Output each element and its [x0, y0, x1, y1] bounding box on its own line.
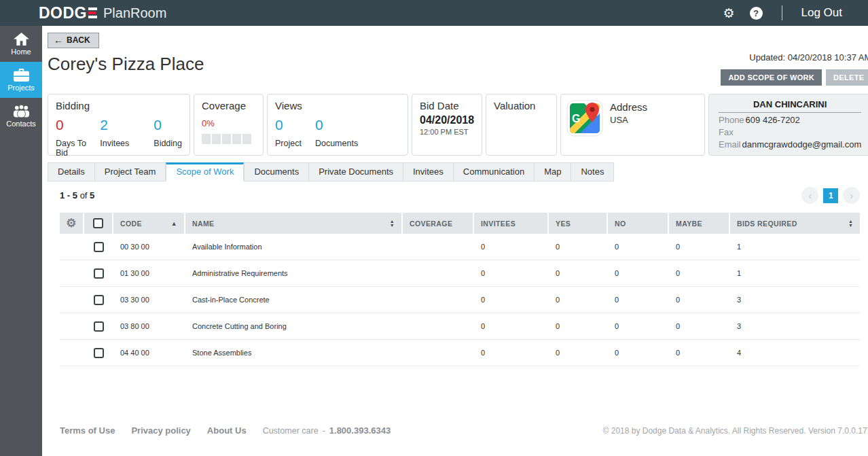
- current-page-button[interactable]: 1: [823, 188, 838, 203]
- top-bar: DODG PlanRoom ⚙ ? Log Out: [0, 0, 868, 26]
- copyright-text: © 2018 by Dodge Data & Analytics. All Ri…: [603, 426, 868, 436]
- add-scope-of-work-button[interactable]: ADD SCOPE OF WORK: [721, 69, 822, 86]
- sidebar-item-projects[interactable]: Projects: [0, 62, 42, 98]
- cell-invitees: 0: [474, 313, 549, 339]
- bid-date-card-title: Bid Date: [420, 100, 479, 111]
- help-icon[interactable]: ?: [750, 7, 763, 20]
- cell-bids-required: 3: [730, 287, 860, 313]
- page-title: Corey's Pizza Place: [48, 54, 204, 75]
- coverage-card: Coverage 0%: [194, 94, 264, 156]
- bidding-card-title: Bidding: [56, 100, 182, 111]
- terms-of-use-link[interactable]: Terms of Use: [60, 425, 115, 436]
- scope-of-work-table: ⚙ CODE ▲ NAME ▲▼ COVERAGE INVITEES YES N…: [60, 213, 860, 366]
- about-us-link[interactable]: About Us: [207, 425, 247, 436]
- bid-date-card: Bid Date 04/20/2018 12:00 PM EST: [412, 94, 482, 156]
- header-yes: YES: [549, 213, 608, 234]
- dodge-planroom-logo: DODG PlanRoom: [39, 4, 166, 22]
- cell-maybe: 0: [669, 340, 730, 366]
- topbar-divider: [782, 5, 782, 20]
- invitees-label: Invitees: [100, 139, 129, 148]
- cell-no: 0: [608, 234, 669, 260]
- cell-coverage: [403, 313, 474, 339]
- cell-no: 0: [608, 313, 669, 339]
- phone-value: 609 426-7202: [746, 115, 800, 125]
- sidebar-item-contacts[interactable]: Contacts: [0, 98, 42, 134]
- google-maps-icon[interactable]: G: [566, 100, 603, 150]
- table-row: 04 40 00 Stone Assemblies 0 0 0 0 4: [60, 340, 860, 366]
- sidebar-item-label: Home: [11, 48, 31, 56]
- tab-invitees[interactable]: Invitees: [403, 162, 454, 181]
- project-tabs: Details Project Team Scope of Work Docum…: [42, 162, 868, 181]
- cell-coverage: [403, 340, 474, 366]
- cell-no: 0: [608, 340, 669, 366]
- views-card: Views 0 Project 0 Documents: [267, 94, 408, 156]
- cell-invitees: 0: [474, 340, 549, 366]
- cell-maybe: 0: [669, 234, 730, 260]
- cell-code: 01 30 00: [113, 260, 185, 286]
- tab-map[interactable]: Map: [535, 162, 571, 181]
- privacy-policy-link[interactable]: Privacy policy: [131, 425, 190, 436]
- cell-no: 0: [608, 260, 669, 286]
- coverage-progress-bar: [202, 134, 255, 144]
- row-checkbox[interactable]: [94, 348, 104, 358]
- settings-gear-icon[interactable]: ⚙: [723, 7, 734, 20]
- email-label: Email: [719, 139, 741, 150]
- updated-timestamp: Updated: 04/20/2018 10:37 AM: [749, 52, 868, 63]
- cell-bids-required: 3: [730, 313, 860, 339]
- sidebar-item-label: Contacts: [6, 120, 35, 128]
- cell-name: Stone Assemblies: [185, 340, 403, 366]
- back-button[interactable]: ← BACK: [48, 33, 99, 48]
- next-page-button[interactable]: ›: [843, 187, 860, 204]
- select-all-checkbox[interactable]: [93, 218, 103, 228]
- briefcase-icon: [14, 69, 29, 82]
- cell-yes: 0: [549, 287, 608, 313]
- bidding-label: Bidding: [153, 139, 182, 148]
- cell-maybe: 0: [669, 313, 730, 339]
- cell-yes: 0: [549, 313, 608, 339]
- tab-private-documents[interactable]: Private Documents: [309, 162, 403, 181]
- prev-page-button[interactable]: ‹: [801, 187, 818, 204]
- sort-both-icon: ▲▼: [848, 220, 853, 228]
- logout-button[interactable]: Log Out: [801, 6, 843, 20]
- contacts-icon: [13, 105, 30, 118]
- cell-invitees: 0: [474, 234, 549, 260]
- row-checkbox[interactable]: [94, 295, 104, 305]
- svg-text:G: G: [572, 113, 580, 124]
- fax-label: Fax: [719, 127, 734, 137]
- coverage-card-title: Coverage: [202, 100, 255, 111]
- bid-date-value: 04/20/2018: [420, 114, 479, 126]
- summary-cards: Bidding 0 Days To Bid 2 Invitees 0 Biddi…: [42, 94, 868, 156]
- document-views-value: 0: [315, 117, 358, 133]
- header-coverage: COVERAGE: [403, 213, 474, 234]
- tab-notes[interactable]: Notes: [571, 162, 614, 181]
- views-card-title: Views: [275, 100, 400, 111]
- tab-documents[interactable]: Documents: [244, 162, 309, 181]
- header-bids-required-label: BIDS REQUIRED: [737, 220, 797, 228]
- tab-communication[interactable]: Communication: [454, 162, 535, 181]
- header-code[interactable]: CODE ▲: [113, 213, 185, 234]
- customer-care-phone[interactable]: 1.800.393.6343: [329, 425, 391, 436]
- bid-time-value: 12:00 PM EST: [420, 128, 479, 136]
- header-bids-required[interactable]: BIDS REQUIRED ▲▼: [730, 213, 860, 234]
- delete-button[interactable]: DELETE: [826, 69, 868, 86]
- row-checkbox[interactable]: [94, 321, 104, 332]
- header-invitees: INVITEES: [474, 213, 549, 234]
- sidebar-item-home[interactable]: Home: [0, 26, 42, 62]
- row-checkbox[interactable]: [94, 268, 104, 279]
- main-content: ← BACK Corey's Pizza Place Updated: 04/2…: [42, 26, 868, 456]
- cell-invitees: 0: [474, 260, 549, 286]
- valuation-card: Valuation: [486, 94, 557, 156]
- tab-details[interactable]: Details: [48, 162, 95, 181]
- column-settings-gear-icon[interactable]: ⚙: [60, 213, 84, 234]
- tab-scope-of-work[interactable]: Scope of Work: [166, 162, 244, 181]
- header-name[interactable]: NAME ▲▼: [185, 213, 403, 234]
- sort-both-icon: ▲▼: [390, 220, 395, 228]
- row-checkbox[interactable]: [94, 242, 104, 252]
- tab-project-team[interactable]: Project Team: [95, 162, 166, 181]
- header-maybe: MAYBE: [669, 213, 730, 234]
- customer-care-label: Customer care: [263, 426, 319, 436]
- cell-bids-required: 1: [730, 260, 860, 286]
- cell-coverage: [403, 287, 474, 313]
- page-footer: Terms of Use Privacy policy About Us Cus…: [42, 425, 868, 436]
- bidding-value: 0: [153, 117, 182, 133]
